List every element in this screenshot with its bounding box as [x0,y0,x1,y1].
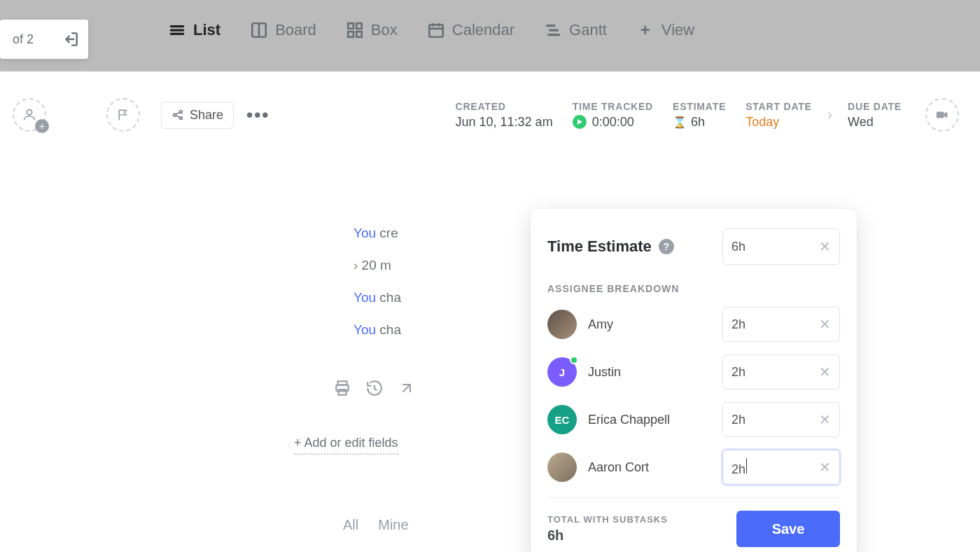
meta-value: Jun 10, 11:32 am [456,115,553,130]
meta-label: CREATED [456,101,553,112]
svg-rect-5 [348,23,354,29]
svg-rect-6 [356,23,362,29]
plus-icon: + [636,21,654,39]
total-estimate-input[interactable]: 6h ✕ [722,228,840,265]
assignee-estimate-input[interactable]: 2h✕ [722,354,840,389]
meta-value: 6h [691,115,705,130]
list-icon [168,21,186,39]
input-value: 2h [732,458,747,477]
activity-actor: You [354,226,376,240]
add-assignee-button[interactable]: + [13,98,46,132]
svg-rect-23 [937,111,944,118]
assignee-row: Aaron Cort2h✕ [547,450,840,485]
svg-line-21 [176,112,180,114]
save-button[interactable]: Save [736,511,840,547]
input-value: 2h [732,365,746,380]
priority-flag-button[interactable] [106,98,140,132]
task-meta-row: + Share ••• CREATED Jun 10, 11:32 am TIM… [0,87,980,143]
add-view-button[interactable]: + View [626,15,704,45]
task-main: + Share ••• CREATED Jun 10, 11:32 am TIM… [0,71,980,552]
input-value: 2h [732,317,746,332]
assignee-estimate-input[interactable]: 2h✕ [722,450,840,485]
clear-icon[interactable]: ✕ [819,411,831,428]
help-icon[interactable]: ? [659,239,674,254]
history-icon[interactable] [365,378,384,398]
meta-value: Today [746,115,812,130]
assignee-row: ECErica Chappell2h✕ [547,402,840,437]
svg-line-22 [176,116,180,118]
view-tab-calendar[interactable]: Calendar [417,15,524,45]
activity-actor: You [354,322,376,337]
meta-label: DUE DATE [848,101,902,112]
meta-estimate[interactable]: ESTIMATE ⌛6h [673,101,726,130]
gantt-icon [544,21,562,39]
view-tabs: i ◎ List Board Box Calendar [97,15,704,45]
info-icon[interactable]: i [97,21,115,39]
plus-badge-icon: + [35,119,49,133]
play-icon[interactable] [573,115,587,129]
meta-time-tracked[interactable]: TIME TRACKED 0:00:00 [573,101,653,130]
tab-all[interactable]: All [343,517,358,533]
assignee-row: Amy2h✕ [547,307,840,342]
tab-mine[interactable]: Mine [378,517,408,533]
clear-icon[interactable]: ✕ [819,316,831,333]
activity-actor: You [354,290,376,305]
meta-value: 0:00:00 [592,115,634,130]
meta-label: TIME TRACKED [573,101,653,112]
meta-label: ESTIMATE [673,101,726,112]
chevron-right-icon: › [827,106,832,124]
share-button[interactable]: Share [161,102,234,129]
hourglass-icon: ⌛ [673,116,685,129]
task-pager[interactable]: of 2 [0,20,88,59]
pager-text: of 2 [13,32,34,47]
popover-title: Time Estimate ? [547,237,674,256]
exit-icon[interactable] [62,30,80,48]
time-estimate-popover: Time Estimate ? 6h ✕ ASSIGNEE BREAKDOWN … [531,209,857,552]
video-call-button[interactable] [925,98,959,132]
top-header-dimmed: i ◎ List Board Box Calendar [0,0,980,71]
meta-label: START DATE [746,101,812,112]
expand-icon[interactable] [397,378,416,398]
svg-rect-8 [356,32,362,37]
input-value: 2h [732,413,746,427]
more-menu-button[interactable]: ••• [246,104,270,126]
calendar-icon [427,21,445,39]
activity-text: cha [376,290,401,305]
view-tab-label: Box [371,21,398,39]
avatar: J [547,357,577,387]
clear-icon[interactable]: ✕ [819,238,831,255]
view-tab-list[interactable]: List [158,15,230,45]
view-tab-label: View [662,21,694,39]
assignee-estimate-input[interactable]: 2h✕ [722,402,840,437]
meta-created: CREATED Jun 10, 11:32 am [456,101,553,130]
view-tab-board[interactable]: Board [240,15,326,45]
view-tab-label: List [193,21,220,39]
avatar [547,310,577,339]
board-icon [250,21,268,39]
meta-due-date[interactable]: DUE DATE Wed [848,101,902,130]
assignee-estimate-input[interactable]: 2h✕ [722,307,840,342]
add-custom-fields-button[interactable]: + Add or edit fields [294,436,398,455]
view-tab-gantt[interactable]: Gantt [534,15,617,45]
input-value: 6h [732,240,746,254]
meta-start-date[interactable]: START DATE Today [746,101,812,130]
svg-line-28 [374,389,377,390]
svg-point-17 [27,110,31,115]
assignee-name: Aaron Cort [588,460,649,475]
assignee-name: Amy [588,317,613,332]
view-tab-label: Board [275,21,316,39]
comment-filter-tabs: All Mine [343,517,409,533]
avatar [547,453,577,482]
total-with-subtasks: TOTAL WITH SUBTASKS 6h [547,514,668,544]
activity-text: cha [376,322,401,337]
print-icon[interactable] [332,378,352,398]
total-value: 6h [547,527,668,544]
clear-icon[interactable]: ✕ [819,459,831,476]
api-icon[interactable]: ◎ [122,21,140,39]
view-tab-box[interactable]: Box [336,15,407,45]
box-icon [346,21,364,39]
clear-icon[interactable]: ✕ [819,364,831,380]
activity-text: cre [376,226,398,240]
assignee-name: Justin [588,365,621,380]
presence-dot [570,356,578,364]
